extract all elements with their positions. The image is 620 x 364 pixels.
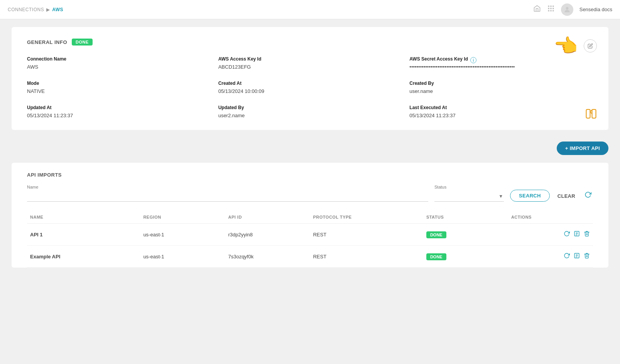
docs-link[interactable]: Sensedia docs <box>579 7 612 12</box>
view-icon-0[interactable] <box>574 231 580 238</box>
created-by-label: Created By <box>409 81 593 86</box>
connection-name-field: Connection Name AWS <box>27 56 211 70</box>
home-icon[interactable] <box>533 5 541 14</box>
cell-apiid-0: r3dp2yyin8 <box>225 224 310 246</box>
status-select-wrapper: DONE ERROR PENDING ▼ <box>434 191 504 202</box>
svg-rect-7 <box>550 10 551 11</box>
cell-name-0: API 1 <box>27 224 140 246</box>
imports-table: NAME REGION API ID PROTOCOL TYPE STATUS … <box>27 211 593 268</box>
done-badge: DONE <box>72 39 93 46</box>
col-header-api-id: API ID <box>225 211 310 224</box>
aws-access-key-field: AWS Access Key Id ABCD123EFG <box>218 56 402 70</box>
created-at-label: Created At <box>218 81 402 86</box>
updated-at-field: Updated At 05/13/2024 11:23:37 <box>27 105 211 118</box>
name-search-field: Name <box>27 185 428 202</box>
svg-rect-6 <box>548 10 549 11</box>
general-info-panel: GENERAL INFO DONE 👉 Connection Name AWS … <box>12 27 608 130</box>
api-imports-title: API IMPORTS <box>27 172 593 178</box>
col-header-region: REGION <box>140 211 225 224</box>
updated-by-field: Updated By user2.name <box>218 105 402 118</box>
col-header-name: NAME <box>27 211 140 224</box>
svg-rect-3 <box>548 8 549 9</box>
exchange-icon[interactable] <box>585 110 597 122</box>
cell-name-1: Example API <box>27 246 140 268</box>
refresh-button[interactable] <box>583 190 593 202</box>
status-select[interactable]: DONE ERROR PENDING <box>434 193 504 199</box>
view-icon-1[interactable] <box>574 253 580 260</box>
updated-at-label: Updated At <box>27 105 211 110</box>
aws-access-key-label: AWS Access Key Id <box>218 56 402 62</box>
cell-protocol-1: REST <box>310 246 423 268</box>
last-executed-label: Last Executed At <box>409 105 593 110</box>
created-by-field: Created By user.name <box>409 81 593 94</box>
breadcrumb-separator: ▶ <box>46 7 50 12</box>
svg-rect-8 <box>552 10 554 11</box>
status-badge: DONE <box>426 231 446 238</box>
name-search-input[interactable] <box>27 191 428 202</box>
updated-by-label: Updated By <box>218 105 402 110</box>
table-header: NAME REGION API ID PROTOCOL TYPE STATUS … <box>27 211 593 224</box>
cell-status-0: DONE <box>423 224 508 246</box>
created-at-field: Created At 05/13/2024 10:00:09 <box>218 81 402 94</box>
status-filter-field: Status DONE ERROR PENDING ▼ <box>434 185 504 202</box>
svg-rect-11 <box>592 110 596 118</box>
cell-region-0: us-east-1 <box>140 224 225 246</box>
col-header-actions: ACTIONS <box>508 211 593 224</box>
info-grid: Connection Name AWS AWS Access Key Id AB… <box>27 56 593 118</box>
connection-name-label: Connection Name <box>27 56 211 62</box>
action-icons-1 <box>511 253 590 260</box>
svg-rect-10 <box>586 110 590 118</box>
sync-icon-1[interactable] <box>564 253 570 260</box>
search-button[interactable]: SEARCH <box>510 190 550 202</box>
delete-icon-0[interactable] <box>584 231 590 238</box>
status-filter-label: Status <box>434 185 504 189</box>
main-content: GENERAL INFO DONE 👉 Connection Name AWS … <box>0 19 620 275</box>
svg-rect-1 <box>550 6 551 7</box>
svg-rect-2 <box>552 6 554 7</box>
breadcrumb-current-page[interactable]: AWS <box>52 7 63 12</box>
edit-button[interactable] <box>584 39 597 52</box>
aws-secret-key-value: ••••••••••••••••••••••••••••••••••••••••… <box>409 64 593 70</box>
delete-icon-1[interactable] <box>584 253 590 260</box>
table-row: Example API us-east-1 7s3ozqyf0k REST DO… <box>27 246 593 268</box>
import-api-button[interactable]: + IMPORT API <box>557 142 608 155</box>
name-search-label: Name <box>27 185 428 189</box>
col-header-protocol: PROTOCOL TYPE <box>310 211 423 224</box>
created-by-value: user.name <box>409 88 593 94</box>
action-icons-0 <box>511 231 590 238</box>
cell-actions-1 <box>508 246 593 268</box>
svg-rect-0 <box>548 6 549 7</box>
topbar: CONNECTIONS ▶ AWS <box>0 0 620 19</box>
cell-region-1: us-east-1 <box>140 246 225 268</box>
connection-name-value: AWS <box>27 64 211 70</box>
api-imports-panel: API IMPORTS Name Status DONE ERROR PENDI… <box>12 163 608 268</box>
updated-by-value: user2.name <box>218 113 402 118</box>
panel-top-right: 👉 <box>554 36 597 56</box>
topbar-right: Sensedia docs <box>533 3 612 16</box>
mode-field: Mode NATIVE <box>27 81 211 94</box>
last-executed-value: 05/13/2024 11:23:37 <box>409 113 593 118</box>
last-executed-field: Last Executed At 05/13/2024 11:23:37 <box>409 105 593 118</box>
status-badge: DONE <box>426 253 446 260</box>
cell-apiid-1: 7s3ozqyf0k <box>225 246 310 268</box>
breadcrumb: CONNECTIONS ▶ AWS <box>8 7 63 12</box>
col-header-status: STATUS <box>423 211 508 224</box>
mode-label: Mode <box>27 81 211 86</box>
grid-icon[interactable] <box>547 5 555 14</box>
svg-point-9 <box>566 7 568 10</box>
breadcrumb-connections[interactable]: CONNECTIONS <box>8 7 44 12</box>
aws-access-key-value: ABCD123EFG <box>218 64 402 70</box>
import-bar: + IMPORT API <box>12 138 608 163</box>
sync-icon-0[interactable] <box>564 231 570 238</box>
table-header-row: NAME REGION API ID PROTOCOL TYPE STATUS … <box>27 211 593 224</box>
info-icon[interactable]: i <box>470 57 476 63</box>
section-header: GENERAL INFO DONE <box>27 39 593 46</box>
avatar[interactable] <box>561 3 573 16</box>
clear-button[interactable]: CLEAR <box>556 190 577 202</box>
aws-secret-key-label-row: AWS Secret Access Key Id i <box>409 56 593 64</box>
svg-rect-5 <box>552 8 554 9</box>
created-at-value: 05/13/2024 10:00:09 <box>218 88 402 94</box>
section-title: GENERAL INFO <box>27 39 67 45</box>
pointer-emoji: 👉 <box>554 36 578 56</box>
aws-secret-key-field: AWS Secret Access Key Id i •••••••••••••… <box>409 56 593 70</box>
